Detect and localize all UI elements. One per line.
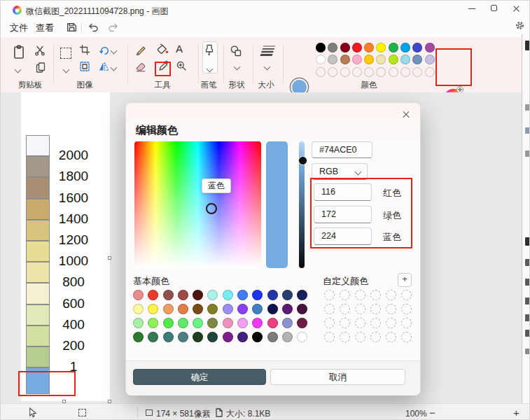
basic-color-swatch[interactable] — [133, 290, 144, 300]
basic-color-swatch[interactable] — [237, 304, 248, 314]
fill-tool[interactable] — [156, 43, 169, 58]
basic-color-swatch[interactable] — [178, 332, 188, 342]
size-dropdown-chevron[interactable] — [264, 64, 271, 71]
basic-color-swatch[interactable] — [148, 332, 158, 342]
custom-color-slot[interactable] — [340, 318, 350, 328]
palette-color-swatch[interactable] — [425, 43, 435, 52]
palette-empty-slot[interactable] — [328, 67, 337, 77]
eraser-tool[interactable] — [134, 60, 147, 75]
basic-color-swatch[interactable] — [223, 304, 233, 314]
copy-button[interactable] — [35, 62, 46, 76]
basic-color-swatch[interactable] — [223, 332, 233, 342]
palette-color-swatch[interactable] — [425, 55, 435, 64]
custom-color-slot[interactable] — [386, 318, 396, 328]
basic-color-swatch[interactable] — [148, 318, 158, 328]
basic-color-swatch[interactable] — [252, 304, 263, 314]
palette-empty-slot[interactable] — [376, 67, 386, 77]
basic-color-swatch[interactable] — [148, 304, 158, 314]
undo-button[interactable] — [88, 21, 99, 36]
basic-color-swatch[interactable] — [237, 332, 248, 342]
paste-dropdown-chevron[interactable] — [15, 66, 22, 74]
palette-color-swatch[interactable] — [316, 43, 326, 52]
palette-empty-slot[interactable] — [316, 67, 326, 77]
basic-color-swatch[interactable] — [267, 290, 278, 300]
palette-color-swatch[interactable] — [412, 43, 422, 52]
palette-color-swatch[interactable] — [340, 43, 350, 52]
custom-color-slot[interactable] — [355, 304, 365, 314]
basic-color-swatch[interactable] — [297, 290, 307, 300]
basic-color-swatch[interactable] — [133, 318, 144, 328]
basic-color-swatch[interactable] — [237, 290, 248, 300]
basic-color-swatch[interactable] — [207, 332, 218, 342]
magnifier-tool[interactable] — [176, 60, 187, 74]
zoom-in-button[interactable]: + — [513, 407, 519, 419]
rotate-button[interactable] — [98, 44, 110, 58]
palette-color-swatch[interactable] — [412, 55, 422, 64]
basic-color-swatch[interactable] — [163, 332, 174, 342]
palette-color-swatch[interactable] — [400, 43, 410, 52]
add-custom-color-button[interactable]: + — [398, 273, 412, 287]
color-gradient-field[interactable]: 蓝色 — [134, 141, 261, 268]
zoom-out-button[interactable]: − — [429, 407, 435, 419]
basic-color-swatch[interactable] — [252, 332, 263, 342]
basic-color-swatch[interactable] — [223, 290, 233, 300]
palette-color-swatch[interactable] — [400, 55, 410, 64]
basic-color-swatch[interactable] — [193, 304, 203, 314]
custom-color-slot[interactable] — [355, 290, 365, 300]
palette-empty-slot[interactable] — [364, 67, 374, 77]
custom-color-slot[interactable] — [386, 290, 396, 300]
resize-handle-right[interactable] — [108, 256, 111, 260]
palette-color-swatch[interactable] — [376, 55, 386, 64]
palette-empty-slot[interactable] — [400, 67, 410, 77]
basic-color-swatch[interactable] — [252, 290, 263, 300]
palette-color-swatch[interactable] — [376, 43, 386, 52]
basic-color-swatch[interactable] — [193, 318, 203, 328]
palette-empty-slot[interactable] — [389, 67, 398, 77]
custom-color-slot[interactable] — [340, 332, 350, 342]
settings-button[interactable] — [515, 20, 525, 34]
basic-color-swatch[interactable] — [223, 318, 233, 328]
basic-color-swatch[interactable] — [148, 290, 158, 300]
basic-color-swatch[interactable] — [267, 304, 278, 314]
value-slider-thumb[interactable] — [298, 156, 307, 165]
select-button[interactable] — [60, 48, 71, 59]
resize-button[interactable] — [79, 61, 90, 75]
custom-color-slot[interactable] — [401, 332, 412, 342]
basic-color-swatch[interactable] — [297, 304, 307, 314]
custom-color-slot[interactable] — [370, 304, 381, 314]
flip-dropdown-chevron[interactable] — [111, 64, 118, 71]
shapes-dropdown-chevron[interactable] — [234, 64, 241, 71]
custom-color-slot[interactable] — [324, 332, 335, 342]
palette-empty-slot[interactable] — [340, 67, 350, 77]
pencil-tool[interactable] — [135, 43, 147, 58]
palette-color-swatch[interactable] — [328, 43, 337, 52]
custom-color-slot[interactable] — [401, 318, 412, 328]
palette-color-swatch[interactable] — [328, 55, 337, 64]
select-dropdown-chevron[interactable] — [63, 66, 70, 74]
hex-input[interactable]: #74ACE0 — [312, 141, 372, 158]
text-tool[interactable]: A — [176, 43, 183, 55]
canvas[interactable]: 2000180016001400120010008006004002001 — [21, 92, 110, 401]
minimize-button[interactable] — [463, 1, 481, 16]
custom-color-slot[interactable] — [370, 318, 381, 328]
crop-button[interactable] — [79, 44, 90, 58]
custom-color-slot[interactable] — [370, 332, 381, 342]
gradient-marker[interactable] — [206, 203, 217, 214]
dialog-close-button[interactable] — [400, 109, 412, 120]
palette-color-swatch[interactable] — [389, 55, 398, 64]
flip-button[interactable] — [98, 61, 110, 75]
custom-color-slot[interactable] — [401, 290, 412, 300]
palette-color-swatch[interactable] — [352, 43, 362, 52]
basic-color-swatch[interactable] — [267, 318, 278, 328]
shapes-button[interactable] — [230, 45, 242, 60]
palette-color-swatch[interactable] — [340, 55, 350, 64]
basic-color-swatch[interactable] — [252, 318, 263, 328]
size-button[interactable] — [259, 44, 275, 59]
basic-color-swatch[interactable] — [282, 304, 293, 314]
ok-button[interactable]: 确定 — [133, 369, 266, 385]
basic-color-swatch[interactable] — [207, 318, 218, 328]
basic-color-swatch[interactable] — [282, 318, 293, 328]
basic-color-swatch[interactable] — [207, 290, 218, 300]
palette-color-swatch[interactable] — [364, 55, 374, 64]
maximize-button[interactable] — [485, 1, 503, 16]
